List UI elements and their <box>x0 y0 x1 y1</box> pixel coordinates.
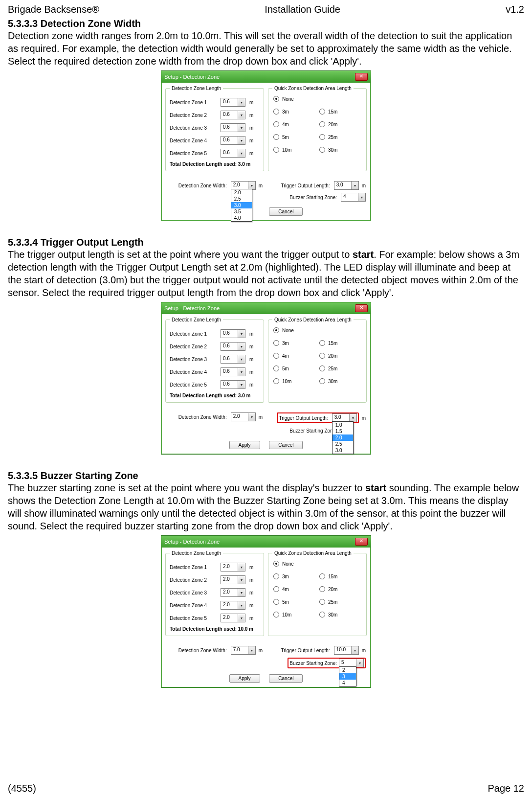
width-option[interactable]: 2.0 <box>231 189 252 196</box>
zone5-select[interactable]: 0.6 <box>221 149 245 158</box>
apply-button[interactable]: Apply <box>229 441 260 449</box>
chevron-down-icon[interactable] <box>238 355 245 363</box>
groupbox-quick-zones: Quick Zones Detection Area Length None 3… <box>268 317 367 403</box>
chevron-down-icon[interactable] <box>248 646 255 654</box>
radio-4m[interactable]: 4m <box>273 353 315 359</box>
radio-30m[interactable]: 30m <box>319 612 361 617</box>
chevron-down-icon[interactable] <box>238 98 245 106</box>
radio-3m[interactable]: 3m <box>273 109 315 114</box>
radio-30m[interactable]: 30m <box>319 378 361 384</box>
trigger-select[interactable]: 10.0 <box>334 646 359 655</box>
radio-10m[interactable]: 10m <box>273 612 315 617</box>
cancel-button[interactable]: Cancel <box>269 207 303 216</box>
trigger-option[interactable]: 1.0 <box>332 422 353 428</box>
zone2-select[interactable]: 2.0 <box>221 575 245 584</box>
radio-5m[interactable]: 5m <box>273 134 315 140</box>
trigger-option-selected[interactable]: 2.0 <box>332 434 353 441</box>
chevron-down-icon[interactable] <box>238 381 245 389</box>
page-footer: (4555) Page 12 <box>8 783 524 794</box>
chevron-down-icon[interactable] <box>351 646 358 654</box>
header-left: Brigade Backsense® <box>8 4 99 15</box>
zone2-select[interactable]: 0.6 <box>221 342 245 351</box>
chevron-down-icon[interactable] <box>238 343 245 350</box>
chevron-down-icon[interactable] <box>238 589 245 596</box>
radio-20m[interactable]: 20m <box>319 586 361 592</box>
radio-15m[interactable]: 15m <box>319 573 361 579</box>
chevron-down-icon[interactable] <box>238 368 245 376</box>
radio-20m[interactable]: 20m <box>319 121 361 127</box>
zone2-select[interactable]: 0.6 <box>221 111 245 119</box>
radio-30m[interactable]: 30m <box>319 147 361 153</box>
chevron-down-icon[interactable] <box>238 330 245 338</box>
radio-20m[interactable]: 20m <box>319 353 361 359</box>
cancel-button[interactable]: Cancel <box>269 441 303 449</box>
radio-10m[interactable]: 10m <box>273 378 315 384</box>
width-option[interactable]: 3.5 <box>231 208 252 215</box>
radio-5m[interactable]: 5m <box>273 599 315 605</box>
chevron-down-icon[interactable] <box>238 111 245 119</box>
zone3-select[interactable]: 0.6 <box>221 355 245 364</box>
zone5-select[interactable]: 2.0 <box>221 614 245 622</box>
radio-25m[interactable]: 25m <box>319 366 361 371</box>
radio-4m[interactable]: 4m <box>273 121 315 127</box>
chevron-down-icon[interactable] <box>356 659 363 667</box>
chevron-down-icon[interactable] <box>358 193 365 201</box>
buzzer-dropdown-open[interactable]: 2 3 4 <box>339 666 356 686</box>
width-select[interactable]: 2.0 <box>231 412 256 421</box>
width-select[interactable]: 7.0 <box>231 646 256 655</box>
chevron-down-icon[interactable] <box>351 182 358 189</box>
radio-none[interactable]: None <box>273 327 361 333</box>
chevron-down-icon[interactable] <box>238 137 245 144</box>
zone1-select[interactable]: 0.6 <box>221 329 245 338</box>
zone3-select[interactable]: 2.0 <box>221 588 245 597</box>
width-dropdown-open[interactable]: 2.0 2.5 3.0 3.5 4.0 <box>231 189 252 222</box>
width-option[interactable]: 4.0 <box>231 215 252 221</box>
radio-15m[interactable]: 15m <box>319 340 361 346</box>
header-right: v1.2 <box>506 4 524 15</box>
trigger-option[interactable]: 2.5 <box>332 441 353 447</box>
zone3-select[interactable]: 0.6 <box>221 123 245 132</box>
label-width: Detection Zone Width: <box>178 648 227 653</box>
zone1-select[interactable]: 0.6 <box>221 98 245 107</box>
radio-15m[interactable]: 15m <box>319 109 361 114</box>
groupbox-legend-right: Quick Zones Detection Area Length <box>272 86 354 91</box>
radio-5m[interactable]: 5m <box>273 366 315 371</box>
zone4-select[interactable]: 0.6 <box>221 367 245 376</box>
trigger-option[interactable]: 3.0 <box>332 447 353 454</box>
cancel-button[interactable]: Cancel <box>269 674 303 683</box>
trigger-select[interactable]: 3.0 <box>334 181 359 190</box>
close-icon[interactable]: ✕ <box>355 73 368 81</box>
chevron-down-icon[interactable] <box>248 182 255 189</box>
chevron-down-icon[interactable] <box>238 563 245 571</box>
radio-none[interactable]: None <box>273 96 361 102</box>
apply-button[interactable]: Apply <box>229 674 260 683</box>
radio-3m[interactable]: 3m <box>273 573 315 579</box>
chevron-down-icon[interactable] <box>238 614 245 622</box>
width-option[interactable]: 2.5 <box>231 196 252 202</box>
trigger-option[interactable]: 1.5 <box>332 428 353 434</box>
buzzer-option[interactable]: 2 <box>339 667 356 673</box>
close-icon[interactable]: ✕ <box>355 538 368 546</box>
chevron-down-icon[interactable] <box>248 413 255 421</box>
radio-25m[interactable]: 25m <box>319 134 361 140</box>
radio-3m[interactable]: 3m <box>273 340 315 346</box>
chevron-down-icon[interactable] <box>238 601 245 609</box>
radio-25m[interactable]: 25m <box>319 599 361 605</box>
chevron-down-icon[interactable] <box>238 124 245 132</box>
chevron-down-icon[interactable] <box>349 414 356 422</box>
zone4-select[interactable]: 0.6 <box>221 136 245 145</box>
close-icon[interactable]: ✕ <box>355 304 368 312</box>
zone1-select[interactable]: 2.0 <box>221 563 245 571</box>
zone5-select[interactable]: 0.6 <box>221 380 245 389</box>
width-option-selected[interactable]: 3.0 <box>231 202 252 208</box>
buzzer-select[interactable]: 4 <box>341 193 366 202</box>
buzzer-option-selected[interactable]: 3 <box>339 673 356 680</box>
zone4-select[interactable]: 2.0 <box>221 601 245 610</box>
radio-10m[interactable]: 10m <box>273 147 315 153</box>
buzzer-option[interactable]: 4 <box>339 680 356 686</box>
trigger-dropdown-open[interactable]: 1.0 1.5 2.0 2.5 3.0 <box>332 421 354 454</box>
radio-4m[interactable]: 4m <box>273 586 315 592</box>
chevron-down-icon[interactable] <box>238 149 245 157</box>
radio-none[interactable]: None <box>273 561 361 567</box>
chevron-down-icon[interactable] <box>238 576 245 584</box>
